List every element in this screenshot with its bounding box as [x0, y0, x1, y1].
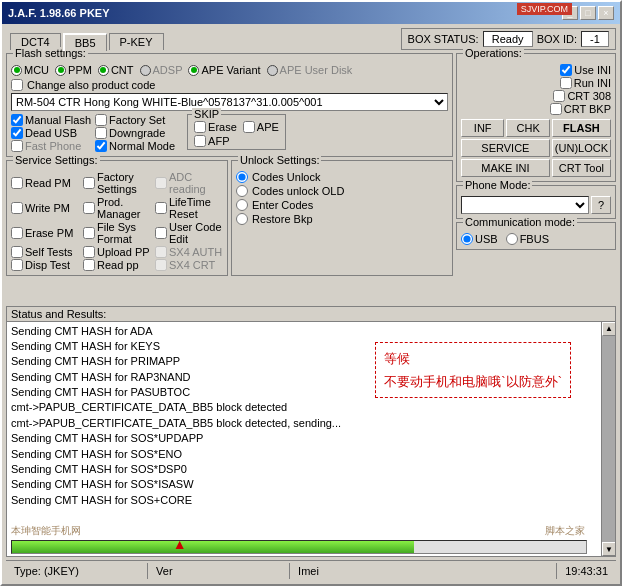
phone-mode-select[interactable] — [461, 196, 589, 214]
close-button[interactable]: × — [598, 6, 614, 20]
write-pm-checkbox[interactable] — [11, 202, 23, 214]
manual-flash-checkbox[interactable] — [11, 114, 23, 126]
tab-bb5[interactable]: BB5 — [63, 33, 107, 51]
disp-test-checkbox[interactable] — [11, 259, 23, 271]
change-product-checkbox[interactable] — [11, 79, 23, 91]
scroll-down-button[interactable]: ▼ — [602, 542, 615, 556]
ape-user-disk-radio[interactable] — [267, 65, 278, 76]
normal-mode-label: Normal Mode — [109, 140, 175, 152]
title-bar: J.A.F. 1.98.66 PKEY SJVIP.COM _ □ × — [2, 2, 620, 24]
normal-mode-checkbox[interactable] — [95, 140, 107, 152]
product-code-select[interactable]: RM-504 CTR Hong Kong WHITE-Blue^0578137^… — [11, 93, 448, 111]
sx4-auth-item: SX4 AUTH — [155, 246, 223, 258]
log-line-10: Sending CMT HASH for SOS*DSP0 — [11, 462, 597, 477]
lifetime-reset-label: LifeTime Reset — [169, 196, 223, 220]
prod-manager-checkbox[interactable] — [83, 202, 95, 214]
chinese-overlay: 等候 不要动手机和电脑哦`以防意外` — [375, 342, 571, 399]
downgrade-label: Downgrade — [109, 127, 165, 139]
codes-unlock-old-label: Codes unlock OLD — [252, 185, 344, 197]
unlock-settings-group: Unlock Settings: Codes Unlock Codes unlo… — [231, 160, 453, 276]
sx4-auth-checkbox[interactable] — [155, 246, 167, 258]
flash-col1: Manual Flash Dead USB Fast Phone — [11, 114, 91, 152]
scrollbar: ▲ ▼ — [601, 322, 615, 557]
service-settings-label: Service Settings: — [13, 154, 100, 166]
read-pp-checkbox[interactable] — [83, 259, 95, 271]
status-body: Sending CMT HASH for ADA Sending CMT HAS… — [7, 322, 615, 557]
file-sys-format-checkbox[interactable] — [83, 227, 95, 239]
self-tests-checkbox[interactable] — [11, 246, 23, 258]
chk-button[interactable]: CHK — [506, 119, 549, 137]
erase-pm-checkbox[interactable] — [11, 227, 23, 239]
skip-afp-checkbox[interactable] — [194, 135, 206, 147]
scroll-up-button[interactable]: ▲ — [602, 322, 615, 336]
cnt-radio[interactable] — [98, 65, 109, 76]
unlock-button[interactable]: (UN)LOCK — [552, 139, 611, 157]
use-ini-item: Use INI — [560, 64, 611, 76]
sx4-crt-checkbox[interactable] — [155, 259, 167, 271]
phone-mode-group: Phone Mode: ? — [456, 185, 616, 219]
dead-usb-label: Dead USB — [25, 127, 77, 139]
read-pm-item: Read PM — [11, 171, 79, 195]
watermark-right: 脚本之家 — [545, 524, 585, 538]
ape-variant-radio[interactable] — [188, 65, 199, 76]
tab-pkey[interactable]: P-KEY — [109, 33, 164, 50]
enter-codes-radio[interactable] — [236, 199, 248, 211]
restore-bkp-radio[interactable] — [236, 213, 248, 225]
adsp-radio[interactable] — [140, 65, 151, 76]
lower-section: Service Settings: Read PM Factory Settin… — [6, 160, 453, 276]
inf-button[interactable]: INF — [461, 119, 504, 137]
progress-fill — [12, 541, 414, 553]
downgrade-checkbox[interactable] — [95, 127, 107, 139]
mcu-radio[interactable] — [11, 65, 22, 76]
read-pm-checkbox[interactable] — [11, 177, 23, 189]
communication-label: Communication mode: — [463, 216, 577, 228]
crt-tool-button[interactable]: CRT Tool — [552, 159, 611, 177]
factory-set-checkbox[interactable] — [95, 114, 107, 126]
maximize-button[interactable]: □ — [580, 6, 596, 20]
ape-user-disk-label: APE User Disk — [280, 64, 353, 76]
cnt-option[interactable]: CNT — [98, 64, 134, 76]
factory-set-item: Factory Set — [95, 114, 175, 126]
mcu-option[interactable]: MCU — [11, 64, 49, 76]
user-code-edit-checkbox[interactable] — [155, 227, 167, 239]
crt-bkp-checkbox[interactable] — [550, 103, 562, 115]
window-title: J.A.F. 1.98.66 PKEY — [8, 7, 110, 19]
service-button[interactable]: SERVICE — [461, 139, 550, 157]
dead-usb-checkbox[interactable] — [11, 127, 23, 139]
fbus-radio[interactable] — [506, 233, 518, 245]
use-ini-checkbox[interactable] — [560, 64, 572, 76]
phone-mode-help-button[interactable]: ? — [591, 196, 611, 214]
skip-erase-checkbox[interactable] — [194, 121, 206, 133]
adsp-option[interactable]: ADSP — [140, 64, 183, 76]
flash-options-row: MCU PPM CNT ADSP — [11, 64, 448, 76]
ape-variant-option[interactable]: APE Variant — [188, 64, 260, 76]
adc-reading-checkbox[interactable] — [155, 177, 167, 189]
make-ini-button[interactable]: MAKE INI — [461, 159, 550, 177]
log-line-8: Sending CMT HASH for SOS*UPDAPP — [11, 431, 597, 446]
ape-user-disk-option[interactable]: APE User Disk — [267, 64, 353, 76]
ppm-label: PPM — [68, 64, 92, 76]
ops-buttons: INF CHK FLASH SERVICE (UN)LOCK MAKE INI … — [461, 119, 611, 177]
codes-unlock-radio[interactable] — [236, 171, 248, 183]
scroll-track — [602, 336, 615, 543]
factory-settings-item: Factory Settings — [83, 171, 151, 195]
usb-radio[interactable] — [461, 233, 473, 245]
codes-unlock-old-radio[interactable] — [236, 185, 248, 197]
skip-erase-item: Erase APE — [194, 121, 279, 133]
run-ini-checkbox[interactable] — [560, 77, 572, 89]
ape-variant-label: APE Variant — [201, 64, 260, 76]
flash-button[interactable]: FLASH — [552, 119, 611, 137]
ppm-radio[interactable] — [55, 65, 66, 76]
fast-phone-checkbox[interactable] — [11, 140, 23, 152]
ppm-option[interactable]: PPM — [55, 64, 92, 76]
bottom-type: Type: (JKEY) — [6, 563, 148, 579]
status-content: Sending CMT HASH for ADA Sending CMT HAS… — [7, 322, 601, 557]
factory-settings-checkbox[interactable] — [83, 177, 95, 189]
sx4-auth-label: SX4 AUTH — [169, 246, 222, 258]
crt-308-checkbox[interactable] — [553, 90, 565, 102]
upload-pp-checkbox[interactable] — [83, 246, 95, 258]
operations-label: Operations: — [463, 47, 524, 59]
service-grid: Read PM Factory Settings ADC reading — [11, 171, 223, 271]
lifetime-reset-checkbox[interactable] — [155, 202, 167, 214]
skip-ape-checkbox[interactable] — [243, 121, 255, 133]
